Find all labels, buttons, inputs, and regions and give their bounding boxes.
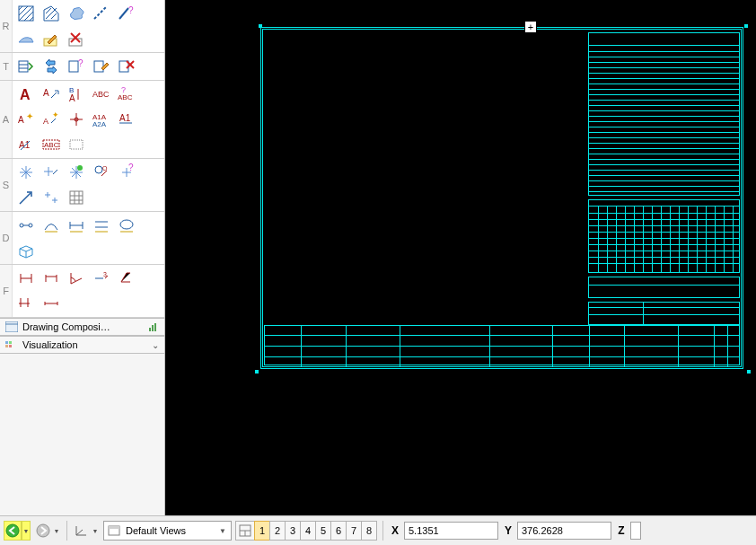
- row-label-s: S: [0, 159, 13, 211]
- svg-text:?: ?: [78, 58, 84, 68]
- svg-text:A2A: A2A: [92, 120, 107, 128]
- nav-back-button[interactable]: [4, 521, 22, 541]
- viewport-6-button[interactable]: 6: [330, 521, 347, 541]
- dim-angle-icon[interactable]: [65, 267, 88, 290]
- chevron-down-icon: ▼: [216, 527, 229, 535]
- text-bold-a-icon[interactable]: A: [14, 83, 38, 106]
- viewport-1-button[interactable]: 1: [254, 521, 270, 541]
- svg-rect-86: [9, 341, 12, 344]
- svg-point-90: [37, 524, 49, 537]
- views-dropdown[interactable]: Default Views ▼: [103, 521, 232, 541]
- text-a1-under-icon[interactable]: A1: [115, 108, 138, 131]
- hatch-region-icon[interactable]: [40, 2, 63, 25]
- nav-back-dropdown[interactable]: ▼: [22, 521, 31, 541]
- text-abc-help-icon[interactable]: ABC?: [115, 83, 138, 106]
- row-label-d: D: [0, 212, 13, 264]
- text-star1-icon[interactable]: A✦: [14, 108, 38, 131]
- table-help-icon[interactable]: ?: [65, 55, 88, 78]
- coord-x-input[interactable]: [404, 522, 498, 540]
- viewport-2-button[interactable]: 2: [269, 521, 286, 541]
- dim-bottom1-icon[interactable]: [14, 292, 38, 315]
- draft-tool-icon[interactable]: [14, 27, 38, 50]
- visualization-label: Visualization: [22, 339, 147, 350]
- grid-table-icon[interactable]: [65, 186, 88, 209]
- axis-tool-button[interactable]: [73, 521, 91, 541]
- dim-top-icon[interactable]: [40, 267, 63, 290]
- dim-arrow3-icon[interactable]: 3: [90, 267, 113, 290]
- rect-span-icon[interactable]: [90, 214, 113, 237]
- viewport-8-button[interactable]: 8: [361, 521, 377, 541]
- vector-arrow-icon[interactable]: [14, 186, 38, 209]
- delete-x-icon[interactable]: [65, 27, 88, 50]
- svg-line-4: [24, 12, 33, 21]
- text-a1-var-icon[interactable]: A1: [14, 133, 38, 156]
- anchor-cross-icon[interactable]: [65, 108, 88, 131]
- table-swap-icon[interactable]: [40, 55, 63, 78]
- svg-text:?: ?: [128, 5, 134, 15]
- text-arrow-icon[interactable]: A: [40, 83, 63, 106]
- drawing-canvas[interactable]: +: [165, 0, 756, 515]
- svg-rect-16: [19, 61, 28, 72]
- viewport-5-button[interactable]: 5: [315, 521, 331, 541]
- row-label-t: T: [0, 53, 13, 80]
- ellipse-tool-icon[interactable]: [115, 214, 138, 237]
- svg-line-9: [94, 6, 107, 19]
- svg-rect-46: [70, 140, 83, 149]
- snap-o-arrow-icon[interactable]: O: [90, 161, 113, 184]
- table-insert-icon[interactable]: [14, 55, 38, 78]
- sidebar: R ?: [0, 0, 165, 515]
- view-center-marker[interactable]: +: [524, 21, 537, 33]
- titleblock-bottom: [264, 325, 740, 365]
- drawing-composition-panel[interactable]: Drawing Composi…: [0, 318, 164, 336]
- sidebar-empty-area: [0, 354, 164, 515]
- dim-bevel-icon[interactable]: [115, 267, 138, 290]
- viewport-4-button[interactable]: 4: [300, 521, 316, 541]
- coord-z-input[interactable]: [630, 522, 641, 540]
- svg-text:A: A: [20, 87, 31, 102]
- dim-bottom2-icon[interactable]: [40, 292, 63, 315]
- svg-text:ABC: ABC: [118, 93, 133, 101]
- snap-star-green-icon[interactable]: [65, 161, 88, 184]
- svg-rect-88: [9, 345, 12, 347]
- snap-star-icon[interactable]: [14, 161, 38, 184]
- svg-rect-51: [70, 191, 83, 204]
- text-abc-icon[interactable]: ABC: [90, 83, 113, 106]
- line-help-icon[interactable]: ?: [115, 2, 138, 25]
- text-b-a-icon[interactable]: BA: [65, 83, 88, 106]
- fill-cloud-icon[interactable]: [65, 2, 88, 25]
- svg-text:A: A: [18, 115, 24, 125]
- arc-tool-icon[interactable]: [40, 214, 63, 237]
- viewport-button-group: 1 2 3 4 5 6 7 8: [235, 521, 377, 541]
- hatch-tool-icon[interactable]: [14, 2, 38, 25]
- connector-icon[interactable]: [14, 214, 38, 237]
- svg-rect-82: [149, 328, 151, 331]
- views-dropdown-label: Default Views: [126, 525, 211, 536]
- nav-forward-button[interactable]: [34, 521, 52, 541]
- coord-x-label: X: [389, 524, 401, 537]
- text-abc-box-icon[interactable]: ABC: [40, 133, 63, 156]
- line-style-icon[interactable]: [90, 2, 113, 25]
- text-dotted-icon[interactable]: [65, 133, 88, 156]
- statusbar: ▼ ▼ ▼ Default Views ▼ 1 2 3 4 5 6 7 8 X: [0, 515, 756, 545]
- svg-text:A1: A1: [119, 113, 131, 123]
- visualization-panel[interactable]: Visualization ⌄: [0, 336, 164, 354]
- visualization-panel-icon: [5, 339, 18, 350]
- viewport-7-button[interactable]: 7: [346, 521, 362, 541]
- text-a1a-icon[interactable]: A1AA2A: [90, 108, 113, 131]
- axis-tool-dropdown[interactable]: ▼: [91, 521, 100, 541]
- svg-line-5: [30, 17, 33, 21]
- snap-help-icon[interactable]: ?: [115, 161, 138, 184]
- nav-forward-dropdown[interactable]: ▼: [52, 521, 61, 541]
- coord-y-input[interactable]: [517, 522, 611, 540]
- snap-multi-icon[interactable]: [40, 186, 63, 209]
- edit-pencil-icon[interactable]: [40, 27, 63, 50]
- bracket-tool-icon[interactable]: [65, 214, 88, 237]
- text-star2-icon[interactable]: A✦: [40, 108, 63, 131]
- table-edit-icon[interactable]: [90, 55, 113, 78]
- table-delete-icon[interactable]: [115, 55, 138, 78]
- snap-star-arrow-icon[interactable]: [40, 161, 63, 184]
- box-3d-icon[interactable]: [14, 239, 38, 262]
- viewport-3-button[interactable]: 3: [285, 521, 301, 541]
- viewport-config-button[interactable]: [235, 521, 255, 541]
- dim-horizontal-icon[interactable]: [14, 267, 38, 290]
